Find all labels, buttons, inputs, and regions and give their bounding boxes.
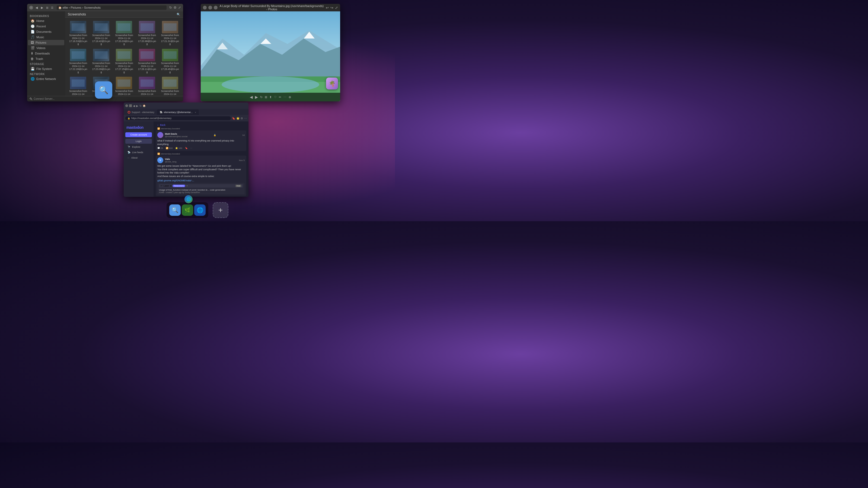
maximize-icon[interactable]: ⤢ [335,6,338,10]
minimize-button[interactable] [129,104,132,107]
prev-icon[interactable]: ◀ [250,95,253,99]
sidebar-item-filesystem[interactable]: 💾 File System [28,66,64,72]
refresh-icon[interactable]: ↻ [260,95,262,99]
grid-view-button[interactable]: ⊞ [45,6,49,9]
file-thumbnail [162,77,178,89]
edit-icon[interactable]: ✏ [279,95,281,99]
sidebar-item-videos[interactable]: 🎬 Videos [28,45,64,51]
url-bar[interactable]: 🔒 https://mastodon.social/@elementary [125,116,231,120]
login-button[interactable]: Login [125,139,152,144]
dock-app-store[interactable]: 🌿 [182,204,193,216]
browser-urlbar: 🔒 https://mastodon.social/@elementary 🔖 … [124,115,248,122]
settings-icon[interactable]: ⚙ [241,117,243,120]
sidebar-item-home[interactable]: 🏠 Home [28,18,64,24]
file-name: Screenshot from2024-11-1417:22.28@2x.png [69,62,87,73]
favorite-button[interactable]: ⭐ 160 [175,147,182,150]
back-button[interactable]: ← Back [156,123,246,127]
forward-button[interactable]: ▶ [40,6,44,9]
file-item[interactable]: Screenshot from2024-11-1417:28.11@2x.png [136,48,158,74]
settings-icon[interactable]: ⚙ [174,6,177,9]
bookmark-icon[interactable]: 🔖 [232,117,235,120]
sidebar-item-recent[interactable]: 🕐 Recent [28,24,64,29]
dock-search-app[interactable]: 🔍 [169,204,181,216]
globe-icon: 🌐 [184,195,193,203]
is-text: is [170,185,172,187]
sidebar-item-label: Recent [36,25,46,28]
grid-icon[interactable]: ⊞ [265,95,267,99]
post-time: 1d [242,134,245,136]
zoom-in-icon[interactable]: ⊕ [289,95,291,99]
sidebar-item-documents[interactable]: 📄 Documents [28,29,64,34]
reply-button[interactable]: 💬 29 [157,147,163,150]
post-time-2: Nov 5 [239,159,245,162]
sidebar-item-network[interactable]: 🌐 Entire Network [28,76,64,82]
close-button[interactable] [203,6,207,9]
tab-favicon: 🐘 [160,111,163,113]
close-button[interactable] [125,104,128,107]
create-account-button[interactable]: Create account [125,132,152,137]
home-button[interactable]: 🏠 [143,104,146,107]
close-button[interactable]: × [29,6,33,9]
tab-support[interactable]: ⭕ Support - elementary [125,109,157,115]
list-view-button[interactable]: ☰ [51,6,54,9]
file-item[interactable]: Screenshot from2024-11-1417:27.25@2x.png [113,48,135,74]
file-name: Screenshot from2024-11-1417:21.31@2x.png [161,34,179,45]
refresh-button[interactable]: ↻ [140,104,142,107]
search-overlay-icon[interactable]: 🔍 [95,82,112,99]
sidebar-item-pictures[interactable]: 🖼 Pictures [28,40,64,45]
star-icon[interactable]: ⭐ [236,117,240,120]
file-item[interactable]: Screenshot from2024-11-1417:22.28@2x.png [67,48,89,74]
file-thumbnail [70,77,86,89]
sidebar-item-downloads[interactable]: ⬇ Downloads [28,51,64,56]
file-name: Screenshot from2024-11-1417:19.42@2x.png [92,34,111,45]
menu-icon[interactable]: ⋯ [283,95,286,99]
boost-button[interactable]: 🔁 618 [166,147,173,150]
newcomers-tag[interactable]: Newcomers [173,185,185,187]
file-item[interactable]: Screenshot from2024-11-1417:21.31@2x.png [159,20,181,46]
location-bar[interactable]: 🏠 ellie › Pictures › Screenshots [57,5,166,10]
refresh-icon[interactable]: ↻ [169,6,172,9]
file-item[interactable]: Screenshot from2024-11-1417:19.42@2x.png [90,20,112,46]
sidebar-item-label: Downloads [35,52,50,55]
about-icon: ··· [127,156,130,159]
search-icon[interactable]: 🔍 [177,13,180,16]
dock-add-button[interactable]: + [213,202,228,218]
tab-close-icon[interactable]: × [195,111,196,113]
bookmarks-label: Bookmarks [27,13,65,18]
explore-button[interactable]: 🔭 Explore [125,144,152,150]
explore-label: Explore [132,145,141,148]
bookmark-button[interactable]: 🔖 [185,147,188,150]
live-feeds-button[interactable]: 📡 Live feeds [125,150,152,155]
tab-elementary[interactable]: 🐘 elementary (@elementar... × [157,109,199,115]
fav-icon[interactable]: ♡ [274,95,277,99]
more-button[interactable]: ··· [190,147,192,150]
redo-icon[interactable]: ↪ [330,6,333,10]
file-item[interactable]: Screenshot from2024-11-1417:18.53@2x.png [67,20,89,46]
home-icon: 🏠 [31,19,35,23]
sidebar-item-label: File System [36,67,52,70]
tag-close-icon[interactable]: × [186,185,188,187]
maximize-icon[interactable]: ⤢ [178,6,181,9]
back-button[interactable]: ◀ [35,6,38,9]
dock-browser[interactable]: 🌐 [194,204,206,216]
hide-button[interactable]: Hide [236,185,241,187]
file-item[interactable]: Screenshot from2024-11-1417:23.09@2x.png [90,48,112,74]
post-1: Matt Davis @mattroam@hci.social 🔒 1d wha… [156,130,246,151]
file-thumbnail [93,49,109,61]
home-icon: 🏠 [58,6,62,9]
sidebar-item-trash[interactable]: 🗑 Trash [28,56,64,62]
share-icon[interactable]: ⬆ [269,95,272,99]
undo-icon[interactable]: ↩ [326,6,329,10]
sidebar-item-music[interactable]: 🎵 Music [28,34,64,40]
file-item[interactable]: Screenshot from2024-11-1417:28.45@2x.png [159,48,181,74]
forward-button[interactable]: ▶ [136,104,138,107]
file-item[interactable]: Screenshot from2024-11-1417:20.98@2x.png [136,20,158,46]
next-icon[interactable]: ▶ [255,95,258,99]
minimize-button[interactable] [208,6,212,9]
post-link[interactable]: gitlab.gnome.org/GNOME/vala/-... [157,179,245,182]
overflow-icon[interactable]: ⋯ [244,117,247,120]
file-item[interactable]: Screenshot from2024-11-1417:20.03@2x.png [113,20,135,46]
about-button[interactable]: ··· About [125,155,152,161]
maximize-button[interactable] [214,6,218,9]
back-button[interactable]: ◀ [133,104,135,107]
